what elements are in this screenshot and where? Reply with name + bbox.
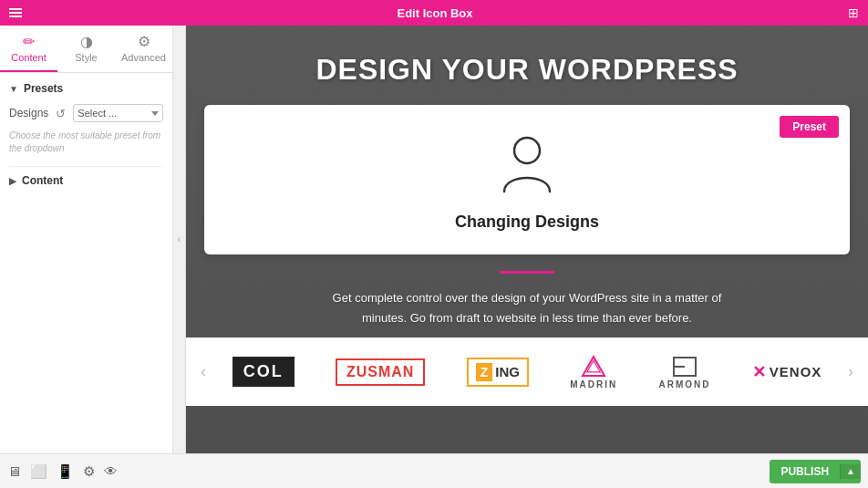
logo-armond: ARMOND xyxy=(650,354,720,389)
refresh-button[interactable]: ↺ xyxy=(54,107,67,120)
tab-content-label: Content xyxy=(11,52,46,63)
mid-divider xyxy=(500,271,554,274)
col-text: COL xyxy=(232,357,294,387)
preset-button[interactable]: Preset xyxy=(780,116,839,138)
publish-dropdown-arrow[interactable]: ▲ xyxy=(840,464,861,479)
main-layout: ✏ Content ◑ Style ⚙ Advanced ▼ Presets xyxy=(0,26,868,453)
top-bar-title: Edit Icon Box xyxy=(397,6,472,20)
mid-section: Get complete control over the design of … xyxy=(186,254,868,337)
hero-title: DESIGN YOUR WORDPRESS xyxy=(204,53,850,87)
logo-bar-prev-arrow[interactable]: ‹ xyxy=(195,362,212,381)
zusman-text: ZUSMAN xyxy=(336,358,425,386)
tab-style-label: Style xyxy=(75,52,97,63)
logo-bar: ‹ COL ZUSMAN Z ING xyxy=(186,337,868,406)
venox-text: VENOX xyxy=(770,364,822,379)
logo-bar-next-arrow[interactable]: › xyxy=(842,362,859,381)
presets-title: Presets xyxy=(24,82,63,95)
tab-advanced[interactable]: ⚙ Advanced xyxy=(115,26,172,72)
canvas: DESIGN YOUR WORDPRESS Preset Changing De… xyxy=(186,26,868,453)
publish-button[interactable]: PUBLISH ▲ xyxy=(770,460,861,483)
madrin-container: MADRIN xyxy=(570,354,617,389)
collapse-handle[interactable]: ‹ xyxy=(173,26,186,453)
settings-icon[interactable]: ⚙ xyxy=(83,463,95,480)
style-tab-icon: ◑ xyxy=(80,33,93,50)
sidebar-tabs: ✏ Content ◑ Style ⚙ Advanced xyxy=(0,26,172,73)
svg-point-0 xyxy=(514,138,540,163)
content-label: Content xyxy=(22,174,63,187)
content-tab-icon: ✏ xyxy=(23,33,35,50)
advanced-tab-icon: ⚙ xyxy=(138,33,150,50)
logo-zing: Z ING xyxy=(458,358,538,387)
madrin-text: MADRIN xyxy=(570,379,617,389)
tab-advanced-label: Advanced xyxy=(121,52,166,63)
content-header[interactable]: ▶ Content xyxy=(9,174,163,187)
grid-icon[interactable]: ⊞ xyxy=(848,5,859,20)
mid-text: Get complete control over the design of … xyxy=(333,288,722,328)
armond-container: ARMOND xyxy=(659,354,711,389)
person-icon xyxy=(500,132,554,203)
logo-zusman: ZUSMAN xyxy=(326,358,434,386)
sidebar: ✏ Content ◑ Style ⚙ Advanced ▼ Presets xyxy=(0,26,173,453)
presets-arrow-icon: ▼ xyxy=(9,84,18,94)
designs-row: Designs ↺ Select ... xyxy=(9,104,163,122)
armond-icon xyxy=(670,354,699,379)
presets-header[interactable]: ▼ Presets xyxy=(9,82,163,95)
designs-label: Designs xyxy=(9,107,48,119)
desktop-icon[interactable]: 🖥 xyxy=(7,463,21,480)
venox-x: ✕ xyxy=(752,362,766,382)
designs-select[interactable]: Select ... xyxy=(73,104,163,122)
top-bar-icons: ⊞ xyxy=(848,5,859,20)
venox-container: ✕ VENOX xyxy=(752,362,822,382)
menu-icon[interactable] xyxy=(9,8,22,17)
sidebar-body: ▼ Presets Designs ↺ Select ... Choose th… xyxy=(0,73,172,453)
zing-container: Z ING xyxy=(467,358,529,387)
icon-box-card: Preset Changing Designs xyxy=(204,105,850,254)
content-section: ▶ Content xyxy=(9,166,163,187)
presets-section: ▼ Presets Designs ↺ Select ... Choose th… xyxy=(9,82,163,155)
presets-hint: Choose the most suitable preset from the… xyxy=(9,130,163,155)
logo-venox: ✕ VENOX xyxy=(743,362,832,382)
armond-text: ARMOND xyxy=(659,379,711,389)
bottom-bar: 🖥 ⬜ 📱 ⚙ 👁 PUBLISH ▲ xyxy=(0,453,868,488)
content-arrow-icon: ▶ xyxy=(9,176,16,186)
mobile-icon[interactable]: 📱 xyxy=(57,463,74,480)
madrin-icon xyxy=(579,354,608,379)
logo-col: COL xyxy=(223,357,304,387)
tablet-icon[interactable]: ⬜ xyxy=(30,463,47,480)
tab-content[interactable]: ✏ Content xyxy=(0,26,57,72)
zing-text: ING xyxy=(495,364,520,379)
icon-box-title: Changing Designs xyxy=(455,213,599,232)
zing-z: Z xyxy=(476,363,493,381)
logo-madrin: MADRIN xyxy=(561,354,626,389)
eye-icon[interactable]: 👁 xyxy=(104,463,118,480)
top-bar: Edit Icon Box ⊞ xyxy=(0,0,868,26)
logo-bar-items: COL ZUSMAN Z ING xyxy=(212,354,842,389)
bottom-icons: 🖥 ⬜ 📱 ⚙ 👁 xyxy=(7,463,118,480)
tab-style[interactable]: ◑ Style xyxy=(57,26,115,72)
publish-label: PUBLISH xyxy=(770,464,840,479)
hero-section: DESIGN YOUR WORDPRESS xyxy=(186,26,868,105)
